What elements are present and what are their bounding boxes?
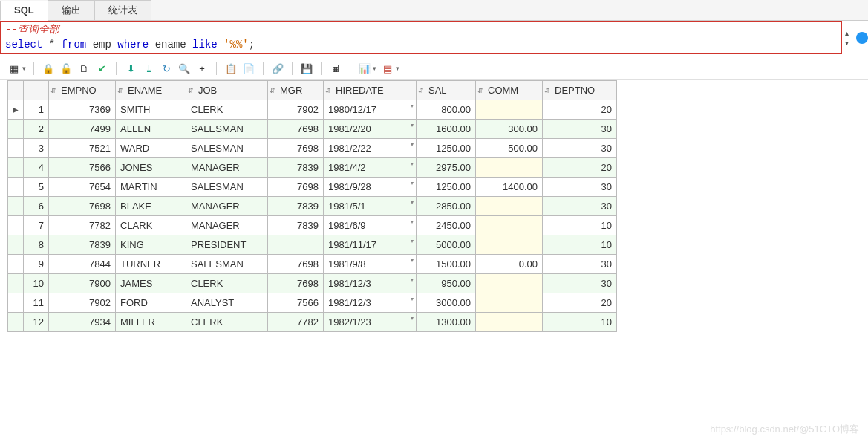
new-icon[interactable]: 🗋 bbox=[77, 62, 91, 75]
dropdown-icon[interactable]: ▾ bbox=[373, 65, 376, 72]
cell-hiredate[interactable]: 1981/9/28 bbox=[324, 178, 417, 197]
row-marker[interactable] bbox=[8, 235, 24, 255]
cell-ename[interactable]: TURNER bbox=[116, 255, 186, 274]
cell-sal[interactable]: 5000.00 bbox=[417, 235, 476, 255]
cell-ename[interactable]: MARTIN bbox=[116, 178, 186, 197]
cell-deptno[interactable]: 20 bbox=[543, 293, 617, 313]
cell-ename[interactable]: ALLEN bbox=[116, 120, 186, 139]
sort-icon[interactable]: ⇵ bbox=[50, 87, 56, 94]
find-icon[interactable]: 🔍 bbox=[177, 62, 191, 75]
result-grid[interactable]: ⇵EMPNO ⇵ENAME ⇵JOB ⇵MGR ⇵HIREDATE ⇵SAL ⇵… bbox=[7, 80, 617, 332]
cell-hiredate[interactable]: 1980/12/17 bbox=[324, 100, 417, 120]
cell-deptno[interactable]: 30 bbox=[543, 139, 617, 158]
link-icon[interactable]: 🔗 bbox=[271, 62, 284, 75]
table-row[interactable]: 87839KINGPRESIDENT1981/11/175000.0010 bbox=[8, 235, 617, 255]
cell-job[interactable]: MANAGER bbox=[186, 216, 268, 235]
cell-deptno[interactable]: 30 bbox=[543, 255, 617, 274]
cell-empno[interactable]: 7521 bbox=[49, 139, 116, 158]
cell-job[interactable]: CLERK bbox=[186, 100, 268, 120]
row-marker[interactable] bbox=[8, 197, 24, 216]
cell-deptno[interactable]: 30 bbox=[543, 120, 617, 139]
cell-ename[interactable]: FORD bbox=[116, 293, 186, 313]
row-marker[interactable] bbox=[8, 120, 24, 139]
table-row[interactable]: 37521WARDSALESMAN76981981/2/221250.00500… bbox=[8, 139, 617, 158]
cell-hiredate[interactable]: 1981/5/1 bbox=[324, 197, 417, 216]
table-row[interactable]: 77782CLARKMANAGER78391981/6/92450.0010 bbox=[8, 216, 617, 235]
cell-job[interactable]: PRESIDENT bbox=[186, 235, 268, 255]
col-hiredate[interactable]: ⇵HIREDATE bbox=[324, 81, 417, 100]
cell-job[interactable]: SALESMAN bbox=[186, 178, 268, 197]
cell-ename[interactable]: WARD bbox=[116, 139, 186, 158]
cell-empno[interactable]: 7844 bbox=[49, 255, 116, 274]
cell-comm[interactable] bbox=[476, 100, 543, 120]
cell-ename[interactable]: JAMES bbox=[116, 274, 186, 293]
table-row[interactable]: 107900JAMESCLERK76981981/12/3950.0030 bbox=[8, 274, 617, 293]
cell-job[interactable]: CLERK bbox=[186, 274, 268, 293]
cell-deptno[interactable]: 10 bbox=[543, 313, 617, 332]
cell-deptno[interactable]: 10 bbox=[543, 235, 617, 255]
cell-mgr[interactable]: 7698 bbox=[268, 255, 324, 274]
cell-mgr[interactable]: 7782 bbox=[268, 313, 324, 332]
cell-mgr[interactable]: 7839 bbox=[268, 158, 324, 178]
chart-icon[interactable]: 📊 bbox=[358, 62, 371, 75]
col-comm[interactable]: ⇵COMM bbox=[476, 81, 543, 100]
lock-icon[interactable]: 🔒 bbox=[42, 62, 55, 75]
table-row[interactable]: 57654MARTINSALESMAN76981981/9/281250.001… bbox=[8, 178, 617, 197]
cell-ename[interactable]: CLARK bbox=[116, 216, 186, 235]
sort-icon[interactable]: ⇵ bbox=[188, 87, 194, 94]
col-sal[interactable]: ⇵SAL bbox=[417, 81, 476, 100]
cell-empno[interactable]: 7369 bbox=[49, 100, 116, 120]
cell-mgr[interactable]: 7839 bbox=[268, 216, 324, 235]
cell-hiredate[interactable]: 1981/2/20 bbox=[324, 120, 417, 139]
cell-comm[interactable] bbox=[476, 313, 543, 332]
export2-icon[interactable]: 📄 bbox=[242, 62, 255, 75]
cell-comm[interactable] bbox=[476, 235, 543, 255]
row-marker[interactable]: ▶ bbox=[8, 100, 24, 120]
table-row[interactable]: 67698BLAKEMANAGER78391981/5/12850.0030 bbox=[8, 197, 617, 216]
cell-deptno[interactable]: 30 bbox=[543, 197, 617, 216]
cell-deptno[interactable]: 20 bbox=[543, 100, 617, 120]
cell-deptno[interactable]: 20 bbox=[543, 158, 617, 178]
cell-mgr[interactable]: 7902 bbox=[268, 100, 324, 120]
grid-mode-icon[interactable]: ▦ bbox=[7, 62, 21, 75]
row-marker[interactable] bbox=[8, 158, 24, 178]
cell-sal[interactable]: 1600.00 bbox=[417, 120, 476, 139]
cell-mgr[interactable] bbox=[268, 235, 324, 255]
cell-job[interactable]: MANAGER bbox=[186, 158, 268, 178]
cell-comm[interactable] bbox=[476, 158, 543, 178]
cell-comm[interactable]: 0.00 bbox=[476, 255, 543, 274]
sort-icon[interactable]: ⇵ bbox=[117, 87, 123, 94]
cell-sal[interactable]: 2450.00 bbox=[417, 216, 476, 235]
col-deptno[interactable]: ⇵DEPTNO bbox=[543, 81, 617, 100]
sql-editor[interactable]: --查询全部 select * from emp where ename lik… bbox=[0, 21, 842, 54]
cell-hiredate[interactable]: 1981/9/8 bbox=[324, 255, 417, 274]
scroll-down-icon[interactable]: ▾ bbox=[845, 39, 849, 47]
sort-icon[interactable]: ⇵ bbox=[270, 87, 275, 94]
cell-sal[interactable]: 1300.00 bbox=[417, 313, 476, 332]
table-row[interactable]: ▶17369SMITHCLERK79021980/12/17800.0020 bbox=[8, 100, 617, 120]
cell-mgr[interactable]: 7698 bbox=[268, 274, 324, 293]
tab-sql[interactable]: SQL bbox=[0, 1, 48, 21]
save-icon[interactable]: 💾 bbox=[300, 62, 313, 75]
cell-hiredate[interactable]: 1981/12/3 bbox=[324, 274, 417, 293]
cell-ename[interactable]: SMITH bbox=[116, 100, 186, 120]
cell-job[interactable]: SALESMAN bbox=[186, 120, 268, 139]
cell-ename[interactable]: KING bbox=[116, 235, 186, 255]
cell-mgr[interactable]: 7698 bbox=[268, 139, 324, 158]
table-row[interactable]: 117902FORDANALYST75661981/12/33000.0020 bbox=[8, 293, 617, 313]
cell-ename[interactable]: MILLER bbox=[116, 313, 186, 332]
cell-empno[interactable]: 7782 bbox=[49, 216, 116, 235]
cell-hiredate[interactable]: 1982/1/23 bbox=[324, 313, 417, 332]
cell-ename[interactable]: JONES bbox=[116, 158, 186, 178]
col-empno[interactable]: ⇵EMPNO bbox=[49, 81, 116, 100]
tab-output[interactable]: 输出 bbox=[48, 0, 95, 20]
unlock-icon[interactable]: 🔓 bbox=[59, 62, 73, 75]
cell-job[interactable]: MANAGER bbox=[186, 197, 268, 216]
tab-stats[interactable]: 统计表 bbox=[94, 0, 151, 20]
row-marker[interactable] bbox=[8, 216, 24, 235]
table-row[interactable]: 27499ALLENSALESMAN76981981/2/201600.0030… bbox=[8, 120, 617, 139]
cell-job[interactable]: ANALYST bbox=[186, 293, 268, 313]
col-mgr[interactable]: ⇵MGR bbox=[268, 81, 324, 100]
cell-hiredate[interactable]: 1981/2/22 bbox=[324, 139, 417, 158]
cell-empno[interactable]: 7900 bbox=[49, 274, 116, 293]
